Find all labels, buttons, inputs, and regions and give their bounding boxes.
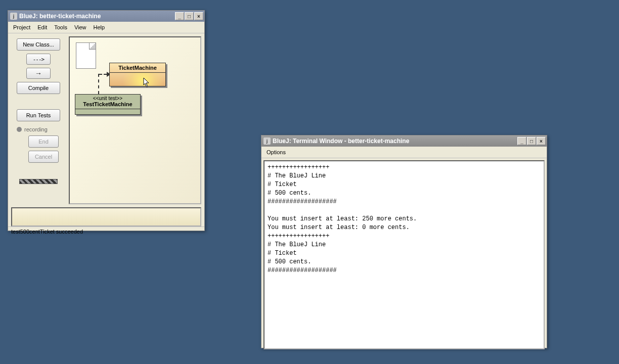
menu-project[interactable]: Project	[10, 23, 33, 31]
bluej-icon: j	[10, 13, 17, 20]
class-testticketmachine-name: TestTicketMachine	[75, 101, 140, 109]
main-titlebar[interactable]: j BlueJ: better-ticket-machine _ □ ×	[8, 11, 204, 22]
status-bar: test500centTicket succeeded	[8, 226, 204, 237]
menu-options[interactable]: Options	[263, 148, 289, 156]
inherit-arrow-button[interactable]: →	[26, 68, 51, 79]
close-button[interactable]: ×	[194, 12, 203, 20]
window-controls: _ □ ×	[175, 12, 203, 20]
status-text: test500centTicket succeeded	[11, 229, 83, 235]
dependency-line-vertical	[98, 74, 99, 94]
maximize-button[interactable]: □	[185, 12, 194, 20]
bluej-main-window: j BlueJ: better-ticket-machine _ □ × Pro…	[8, 10, 205, 231]
class-ticketmachine[interactable]: TicketMachine	[109, 63, 166, 86]
main-title: BlueJ: better-ticket-machine	[19, 13, 175, 20]
cancel-button[interactable]: Cancel	[28, 151, 59, 163]
object-bench[interactable]	[11, 207, 201, 226]
test-stereotype: <<unit test>>	[75, 95, 140, 101]
window-controls: _ □ ×	[517, 137, 546, 145]
recording-label: recording	[24, 126, 48, 132]
compile-button[interactable]: Compile	[17, 82, 60, 94]
menu-view[interactable]: View	[71, 23, 90, 31]
end-button[interactable]: End	[28, 135, 59, 148]
test-progress-bar	[19, 179, 58, 184]
menu-edit[interactable]: Edit	[34, 23, 50, 31]
close-button[interactable]: ×	[537, 137, 546, 145]
terminal-output[interactable]: +++++++++++++++++ # The BlueJ Line # Tic…	[263, 160, 545, 349]
minimize-button[interactable]: _	[175, 12, 184, 20]
terminal-title: BlueJ: Terminal Window - better-ticket-m…	[273, 138, 517, 145]
class-ticketmachine-name: TicketMachine	[110, 63, 165, 73]
terminal-menubar: Options	[261, 147, 547, 158]
recording-dot-icon	[17, 127, 22, 132]
terminal-titlebar[interactable]: j BlueJ: Terminal Window - better-ticket…	[261, 135, 547, 147]
sidebar: New Class... ---> → Compile Run Tests re…	[8, 33, 69, 207]
bluej-icon: j	[263, 138, 271, 145]
recording-status: recording	[17, 126, 60, 132]
uses-arrow-button[interactable]: --->	[26, 54, 51, 65]
maximize-button[interactable]: □	[527, 137, 536, 145]
main-menubar: Project Edit Tools View Help	[8, 22, 204, 33]
new-class-button[interactable]: New Class...	[17, 38, 60, 51]
run-tests-button[interactable]: Run Tests	[17, 109, 60, 121]
minimize-button[interactable]: _	[517, 137, 526, 145]
readme-icon[interactable]	[76, 42, 96, 69]
menu-tools[interactable]: Tools	[51, 23, 70, 31]
class-testticketmachine[interactable]: <<unit test>> TestTicketMachine	[75, 94, 141, 115]
menu-help[interactable]: Help	[91, 23, 108, 31]
class-diagram-canvas[interactable]: TicketMachine <<unit test>> TestTicketMa…	[69, 36, 201, 204]
bluej-terminal-window: j BlueJ: Terminal Window - better-ticket…	[261, 135, 547, 348]
